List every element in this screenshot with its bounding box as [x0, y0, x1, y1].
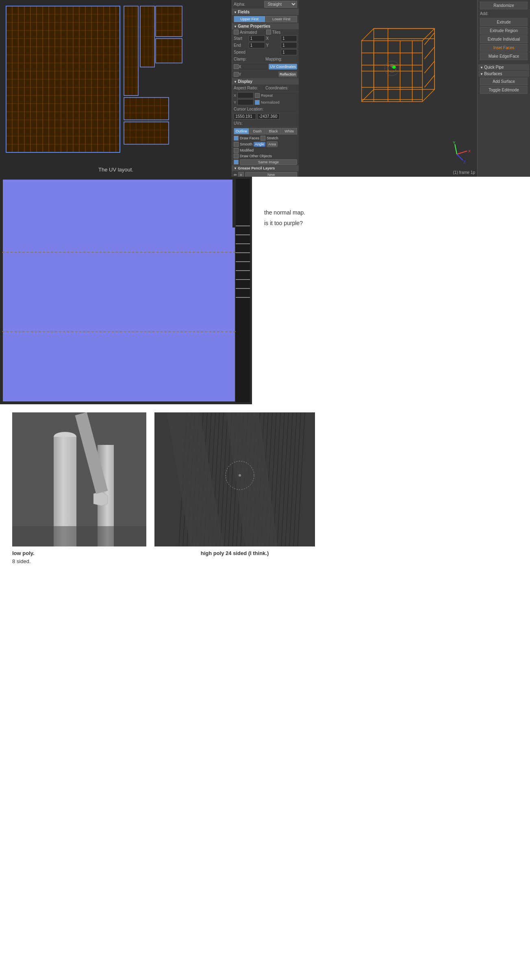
- reflection-btn[interactable]: Reflection: [278, 72, 297, 77]
- cursor-xy-row: [232, 113, 299, 120]
- low-poly-block: low poly. 8 sided.: [12, 412, 146, 564]
- low-poly-image: [12, 412, 146, 546]
- alpha-row: Alpha: Straight: [232, 0, 299, 9]
- inset-faces-btn[interactable]: Inset Faces: [480, 44, 528, 52]
- uv-coords-btn[interactable]: UV Coordinates: [269, 64, 297, 69]
- uvs-label-row: UVs:: [232, 120, 299, 127]
- aspect-coords-row: Aspect Ratio: Coordinates:: [232, 85, 299, 92]
- extrude-individual-btn[interactable]: Extrude Individual: [480, 35, 528, 43]
- alpha-label: Alpha:: [234, 2, 263, 7]
- tiles-checkbox[interactable]: [266, 30, 271, 35]
- draw-other-row: Draw Other Objects: [232, 153, 299, 159]
- quick-pipe-section[interactable]: Quick Pipe: [478, 64, 529, 70]
- stretch-check[interactable]: [261, 136, 265, 141]
- svg-text:Y: Y: [453, 141, 455, 145]
- smooth-row: Smooth Angle Area: [232, 141, 299, 147]
- clamp-x-check[interactable]: [234, 64, 239, 69]
- cursor-x-input[interactable]: [234, 113, 256, 119]
- same-image-btn[interactable]: Same Image: [240, 159, 297, 165]
- clamp-x-label: X: [239, 65, 269, 69]
- tiles-label: Tiles: [272, 30, 298, 35]
- y-label: Y: [266, 43, 280, 48]
- top-section: The UV layout. Alpha: Straight Fields Up…: [0, 0, 530, 177]
- cursor-y-input[interactable]: [257, 113, 280, 119]
- animated-checkbox[interactable]: [234, 30, 239, 35]
- grease-add-icon[interactable]: +: [238, 172, 244, 177]
- normalized-label: Normalized: [261, 100, 280, 104]
- normal-map-title: the normal map.: [264, 209, 518, 216]
- properties-panel: Alpha: Straight Fields Upper First Lower…: [232, 0, 299, 177]
- draw-faces-check[interactable]: [234, 136, 239, 141]
- x-label: X: [266, 36, 280, 41]
- speed-label: Speed: [234, 50, 280, 54]
- fields-section[interactable]: Fields: [232, 9, 299, 15]
- bsurfaces-section[interactable]: Bsurfaces: [478, 71, 529, 77]
- same-image-check[interactable]: [234, 160, 239, 165]
- cursor-label: Cursor Location:: [234, 107, 297, 111]
- normalized-check[interactable]: [255, 100, 260, 105]
- add-surface-btn[interactable]: Add Surface: [480, 78, 528, 85]
- right-marks: [236, 225, 250, 298]
- fields-tabs: Upper First Lower First: [232, 15, 299, 23]
- svg-rect-72: [124, 122, 169, 144]
- extrude-region-btn[interactable]: Extrude Region: [480, 27, 528, 35]
- dashed-line-1: [2, 252, 236, 253]
- uv-viewport: The UV layout.: [0, 0, 232, 177]
- dash-btn[interactable]: Dash: [250, 128, 265, 134]
- high-poly-caption: high poly 24 sided (I think.): [154, 550, 315, 556]
- clamp-label: Clamp:: [234, 57, 265, 61]
- alpha-select[interactable]: Straight: [264, 1, 298, 8]
- speed-input[interactable]: [281, 49, 297, 55]
- game-properties-section[interactable]: Game Properties: [232, 23, 299, 29]
- end-input[interactable]: [249, 42, 265, 48]
- svg-rect-91: [156, 39, 182, 63]
- randomize-btn[interactable]: Randomize: [480, 2, 528, 9]
- coords-label: Coordinates:: [265, 86, 297, 90]
- same-image-row: Same Image: [232, 159, 299, 165]
- grease-pencil-section[interactable]: Grease Pencil Layers: [232, 165, 299, 171]
- start-label: Start: [234, 36, 248, 41]
- clamp-row: Clamp: Mapping:: [232, 56, 299, 63]
- make-edgeface-btn[interactable]: Make Edge/Face: [480, 52, 528, 60]
- svg-text:X: X: [468, 149, 471, 153]
- end-label: End: [234, 43, 248, 48]
- speed-row: Speed: [232, 49, 299, 56]
- modified-label: Modified: [240, 148, 254, 152]
- bottom-section: low poly. 8 sided.: [0, 404, 530, 572]
- aspect-x-input[interactable]: 1.00: [237, 92, 254, 98]
- new-btn[interactable]: New: [245, 172, 297, 177]
- draw-other-check[interactable]: [234, 154, 239, 158]
- draw-faces-row: Draw Faces Stretch: [232, 135, 299, 141]
- viewport-3d: X Y Z (1) frame 1p: [299, 0, 477, 177]
- repeat-label: Repeat: [261, 93, 273, 98]
- aspect-x-row: X 1.00 Repeat: [232, 92, 299, 99]
- svg-rect-144: [12, 526, 146, 546]
- toggle-editmode-btn[interactable]: Toggle Editmode: [480, 86, 528, 94]
- display-section[interactable]: Display: [232, 78, 299, 85]
- clamp-y-check[interactable]: [234, 72, 239, 77]
- mapping-label: Mapping:: [265, 57, 297, 61]
- lower-first-btn[interactable]: Lower First: [266, 16, 298, 22]
- angle-btn[interactable]: Angle: [254, 142, 265, 147]
- aspect-label: Aspect Ratio:: [234, 86, 265, 90]
- modified-check[interactable]: [234, 148, 239, 153]
- upper-first-btn[interactable]: Upper First: [234, 16, 265, 22]
- svg-text:Z: Z: [463, 160, 466, 164]
- white-btn[interactable]: White: [282, 128, 297, 134]
- normal-map-text-area: the normal map. is it too purple?: [252, 177, 530, 404]
- svg-rect-82: [156, 6, 182, 37]
- normal-map-inner: [0, 177, 252, 404]
- extrude-btn[interactable]: Extrude: [480, 18, 528, 26]
- normal-map-question: is it too purple?: [264, 220, 518, 226]
- repeat-check[interactable]: [255, 93, 260, 98]
- smooth-check[interactable]: [234, 142, 239, 147]
- start-input[interactable]: [249, 35, 265, 41]
- outline-btn[interactable]: Outline: [234, 128, 249, 134]
- area-btn[interactable]: Area: [267, 141, 278, 147]
- x-input[interactable]: [281, 35, 297, 41]
- smooth-label: Smooth: [240, 142, 252, 146]
- y-input[interactable]: [281, 42, 297, 48]
- uv-caption: The UV layout.: [98, 167, 133, 173]
- aspect-y-input[interactable]: 1.00: [237, 99, 254, 105]
- black-btn[interactable]: Black: [266, 128, 281, 134]
